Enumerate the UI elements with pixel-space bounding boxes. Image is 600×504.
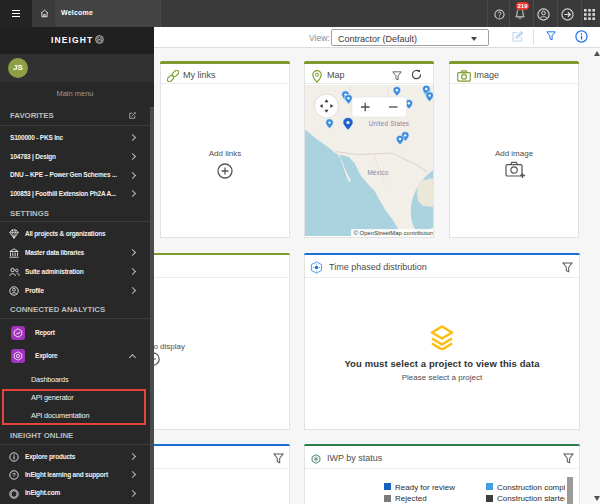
- svg-text:© OpenStreetMap contributors: © OpenStreetMap contributors: [354, 230, 434, 236]
- svg-text:México: México: [367, 169, 388, 176]
- svg-text:?: ?: [12, 472, 16, 478]
- svg-text:United States: United States: [369, 119, 409, 126]
